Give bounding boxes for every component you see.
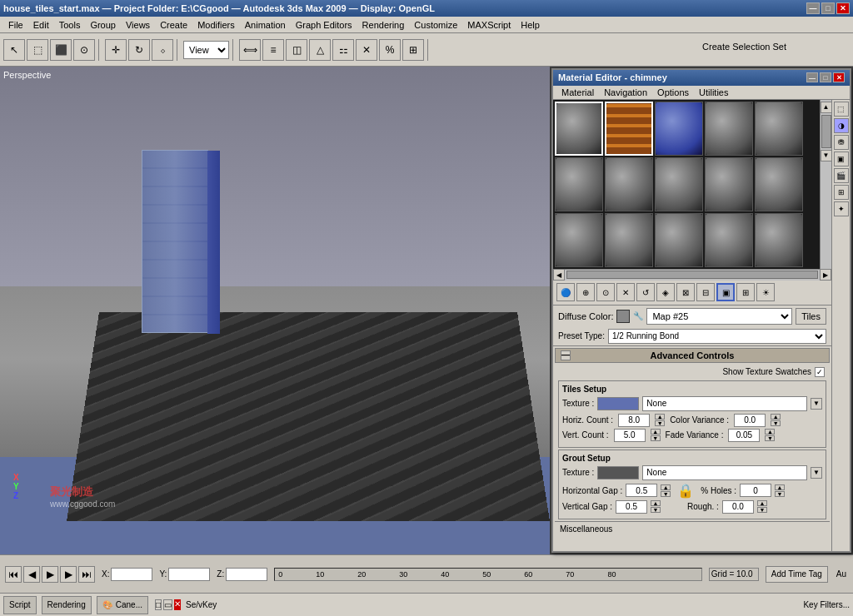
lasso-btn[interactable]: ⬛ <box>50 39 72 61</box>
x-coord-input[interactable] <box>111 568 152 581</box>
key-filters[interactable]: Key Filters... <box>803 600 850 609</box>
menu-edit[interactable]: Edit <box>28 18 54 32</box>
rendering-status[interactable]: Rendering <box>42 596 92 614</box>
mat-horizontal-scrollbar[interactable]: ◀ ▶ <box>553 269 831 281</box>
mat-sphere-3[interactable] <box>655 102 703 156</box>
go-start-btn[interactable]: ⏮ <box>5 566 22 583</box>
grout-tex-arrow[interactable]: ▼ <box>811 467 822 479</box>
rt-video-btn[interactable]: 🎬 <box>834 168 849 183</box>
reference-coord-dropdown[interactable]: View World Local <box>183 41 229 59</box>
menu-file[interactable]: File <box>3 18 28 32</box>
fade-var-up[interactable]: ▲ <box>765 429 775 435</box>
mat-sphere-8[interactable] <box>655 157 703 211</box>
timeline-track[interactable]: 0 10 20 30 40 50 60 70 80 <box>274 568 702 581</box>
menu-create[interactable]: Create <box>155 18 192 32</box>
circle-btn[interactable]: ⊙ <box>73 39 95 61</box>
rt-backlight-btn[interactable]: ◑ <box>834 118 849 133</box>
play-btn[interactable]: ▶ <box>42 566 58 583</box>
color-var-input[interactable] <box>734 414 766 427</box>
rotate-btn[interactable]: ↻ <box>128 39 150 61</box>
mat-sphere-6[interactable] <box>555 157 603 211</box>
mat-sphere-2[interactable] <box>605 102 653 156</box>
menu-help[interactable]: Help <box>516 18 545 32</box>
put-to-scene-btn[interactable]: ⊙ <box>596 283 615 301</box>
mat-sphere-7[interactable] <box>605 157 653 211</box>
vert-gap-down[interactable]: ▼ <box>651 507 661 513</box>
vert-count-up[interactable]: ▲ <box>651 429 661 435</box>
status-btn-close[interactable]: ✕ <box>174 599 181 610</box>
percent-btn[interactable]: % <box>379 39 401 61</box>
status-btn-1[interactable]: □ <box>155 599 162 610</box>
horiz-count-down[interactable]: ▼ <box>655 420 665 426</box>
vert-gap-input[interactable] <box>616 500 647 514</box>
reset-maps-btn[interactable]: ↺ <box>636 283 655 301</box>
horiz-gap-up[interactable]: ▲ <box>661 484 671 490</box>
scale-btn[interactable]: ⬦ <box>152 39 173 61</box>
mat-sphere-10[interactable] <box>755 157 803 211</box>
prev-frame-btn[interactable]: ◀ <box>23 566 40 583</box>
select-tool-btn[interactable]: ↖ <box>3 39 25 61</box>
vert-gap-up[interactable]: ▲ <box>651 500 661 506</box>
tiles-tex-arrow[interactable]: ▼ <box>811 398 822 410</box>
mat-sphere-5[interactable] <box>755 102 803 156</box>
grout-texture-swatch[interactable] <box>597 466 639 479</box>
preset-dropdown[interactable]: 1/2 Running Bond Stack Bond Fine Running… <box>608 329 826 344</box>
fade-var-input[interactable] <box>728 429 760 442</box>
script-status[interactable]: Script <box>3 596 37 614</box>
scroll-left-btn[interactable]: ◀ <box>553 269 565 281</box>
cane-status[interactable]: 🎨 Cane... <box>97 596 148 614</box>
snap-btn[interactable]: △ <box>309 39 331 61</box>
add-time-tag-btn[interactable]: Add Time Tag <box>766 566 828 583</box>
make-unique-btn[interactable]: ◈ <box>656 283 675 301</box>
close-button[interactable]: ✕ <box>836 2 850 14</box>
menu-rendering[interactable]: Rendering <box>357 18 410 32</box>
align-btn[interactable]: ≡ <box>262 39 284 61</box>
vert-count-down[interactable]: ▼ <box>651 435 661 441</box>
rt-background-btn[interactable]: ⬚ <box>834 102 849 117</box>
grout-none-button[interactable]: None <box>642 465 807 480</box>
mat-sphere-11[interactable] <box>555 213 603 267</box>
show-all-maps-btn[interactable]: ⊞ <box>736 283 755 301</box>
menu-customize[interactable]: Customize <box>409 18 462 32</box>
rough-input[interactable] <box>722 500 754 514</box>
mirror-btn[interactable]: ⟺ <box>239 39 261 61</box>
scroll-down-btn[interactable]: ▼ <box>821 150 832 161</box>
show-texture-checkbox[interactable]: ✓ <box>815 367 825 377</box>
show-in-viewport-btn[interactable]: ▣ <box>716 283 735 301</box>
menu-graph-editors[interactable]: Graph Editors <box>291 18 357 32</box>
scroll-right-btn[interactable]: ▶ <box>820 269 831 281</box>
pick-material-btn[interactable]: 🔵 <box>556 283 575 301</box>
move-btn[interactable]: ✛ <box>105 39 127 61</box>
color-var-down[interactable]: ▼ <box>771 420 781 426</box>
mat-sphere-14[interactable] <box>705 213 753 267</box>
y-coord-input[interactable] <box>168 568 210 581</box>
scroll-h-thumb[interactable] <box>566 271 818 279</box>
timeline-area[interactable]: 0 10 20 30 40 50 60 70 80 <box>274 568 702 581</box>
minimize-button[interactable]: — <box>806 2 820 14</box>
mat-sphere-15[interactable] <box>755 213 803 267</box>
mat-sphere-9[interactable] <box>705 157 753 211</box>
tiles-texture-swatch[interactable] <box>597 397 639 410</box>
holes-input[interactable] <box>740 484 771 497</box>
fade-var-down[interactable]: ▼ <box>765 435 775 441</box>
mat-maximize-btn[interactable]: □ <box>820 72 831 82</box>
menu-modifiers[interactable]: Modifiers <box>192 18 240 32</box>
rt-options-btn[interactable]: ⊞ <box>834 185 849 200</box>
next-frame-btn[interactable]: ▶ <box>60 566 77 583</box>
rt-preview-btn[interactable]: ▣ <box>834 152 849 166</box>
mat-menu-material[interactable]: Material <box>556 87 599 98</box>
edit-named-btn[interactable]: ⊞ <box>402 39 424 61</box>
horiz-gap-down[interactable]: ▼ <box>661 491 671 497</box>
horiz-count-input[interactable] <box>618 414 650 427</box>
backlight-btn[interactable]: ☀ <box>756 283 775 301</box>
rt-pick-btn[interactable]: ✦ <box>834 201 849 216</box>
mat-sphere-4[interactable] <box>705 102 753 156</box>
mat-sphere-12[interactable] <box>605 213 653 267</box>
diffuse-color-swatch[interactable] <box>616 310 630 323</box>
vert-count-input[interactable] <box>614 429 646 442</box>
assign-material-btn[interactable]: ✕ <box>616 283 635 301</box>
select-region-btn[interactable]: ⬚ <box>27 39 48 61</box>
mat-menu-options[interactable]: Options <box>652 87 694 98</box>
menu-animation[interactable]: Animation <box>240 18 291 32</box>
status-btn-2[interactable]: ▭ <box>163 599 172 610</box>
